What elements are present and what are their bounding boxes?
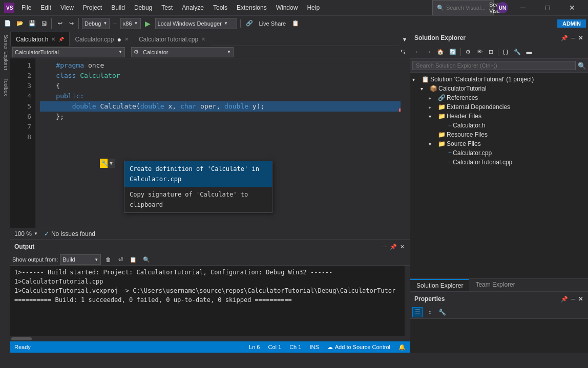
tab-calculator-cpp[interactable]: Calculator.cpp ● ✕	[70, 32, 134, 46]
debugger-dropdown[interactable]: Local Windows Debugger ▼	[155, 18, 237, 29]
debug-config-dropdown[interactable]: Debug ▼	[82, 18, 110, 29]
tree-solution[interactable]: ▾ 📋 Solution 'CalculatorTutorial' (1 pro…	[410, 75, 588, 84]
global-search[interactable]: 🔍 Search Visual	[432, 0, 494, 15]
admin-button[interactable]: ADMIN	[557, 19, 586, 28]
menu-edit[interactable]: Edit	[36, 3, 55, 12]
output-close-btn[interactable]: ✕	[399, 243, 406, 251]
zoom-control[interactable]: 100 % ▼	[14, 230, 38, 237]
se-back-btn[interactable]: ←	[412, 46, 423, 57]
se-refresh-btn[interactable]: 🔄	[447, 46, 458, 57]
editor-scrollbar[interactable]	[405, 58, 410, 228]
props-minimize-btn[interactable]: ─	[570, 295, 576, 304]
tab-calculatortutorial-cpp-close[interactable]: ✕	[201, 36, 205, 42]
live-share-label[interactable]: Live Share	[257, 18, 288, 29]
notification-icon[interactable]: 🔔	[398, 344, 406, 351]
menu-analyze[interactable]: Analyze	[178, 3, 208, 12]
menu-build[interactable]: Build	[107, 3, 129, 12]
sidebar-tab-toolbox[interactable]: Toolbox	[1, 74, 10, 100]
se-code-btn[interactable]: { }	[500, 46, 511, 57]
minimize-button[interactable]: ─	[511, 0, 535, 15]
se-forward-btn[interactable]: →	[424, 46, 434, 57]
output-search-btn[interactable]: 🔍	[141, 254, 152, 265]
menu-file[interactable]: File	[17, 3, 35, 12]
props-pin-btn[interactable]: 📌	[560, 295, 569, 304]
output-copy-btn[interactable]: 📋	[128, 254, 139, 265]
tree-header-files[interactable]: ▾ 📁 Header Files	[410, 112, 588, 121]
undo-btn[interactable]: ↩	[55, 18, 65, 29]
global-search-input[interactable]	[446, 5, 487, 11]
tree-resource-files[interactable]: 📁 Resource Files	[410, 130, 588, 139]
se-minimize-btn[interactable]: ─	[570, 34, 576, 42]
se-collapse-btn[interactable]: ▬	[524, 46, 534, 57]
menu-debug[interactable]: Debug	[130, 3, 156, 12]
run-btn[interactable]: ▶	[143, 18, 153, 29]
output-scrollbar[interactable]	[405, 266, 410, 336]
tab-calculator-cpp-close[interactable]: ✕	[124, 36, 129, 42]
popup-item-create-definition[interactable]: Create definition of 'Calculate' in Calc…	[124, 161, 272, 187]
menu-test[interactable]: Test	[157, 3, 177, 12]
new-project-btn[interactable]: 📄	[2, 18, 13, 29]
menu-help[interactable]: Help	[303, 3, 324, 12]
props-sort-btn[interactable]: ↕	[425, 307, 435, 317]
props-grid-btn[interactable]: ☰	[412, 307, 423, 317]
se-divider	[460, 48, 461, 56]
tree-calculator-h[interactable]: + Calculator.h	[410, 121, 588, 130]
output-clear-btn[interactable]: 🗑	[103, 254, 113, 265]
tree-calculator-cpp[interactable]: + Calculator.cpp	[410, 148, 588, 158]
sync-btn[interactable]: ⇆	[397, 47, 408, 58]
output-pin-btn[interactable]: 📌	[389, 243, 398, 251]
output-wrap-btn[interactable]: ⏎	[115, 254, 125, 265]
menu-extensions[interactable]: Extensions	[233, 3, 271, 12]
se-home-btn[interactable]: 🏠	[435, 46, 446, 57]
maximize-button[interactable]: □	[536, 0, 559, 15]
menu-view[interactable]: View	[56, 3, 78, 12]
output-source-dropdown[interactable]: Build ▼	[60, 254, 101, 265]
user-avatar[interactable]: UN	[497, 2, 508, 13]
save-all-btn[interactable]: 🖫	[39, 18, 49, 29]
tab-calculatortutorial-cpp[interactable]: CalculatorTutorial.cpp ✕	[134, 32, 211, 46]
tab-solution-explorer[interactable]: Solution Explorer	[410, 279, 469, 291]
project-dropdown[interactable]: CalculatorTutorial ▼	[12, 47, 125, 57]
tree-calculatortutorial-cpp[interactable]: + CalculatorTutorial.cpp	[410, 158, 588, 167]
tab-calculator-h-label: Calculator.h	[16, 36, 48, 43]
tree-project[interactable]: ▾ 📦 CalculatorTutorial	[410, 84, 588, 93]
props-close-btn[interactable]: ✕	[577, 295, 584, 304]
output-content[interactable]: 1>------ Build started: Project: Calcula…	[10, 266, 405, 336]
props-wrench-btn[interactable]: 🔧	[437, 307, 447, 317]
se-showall-btn[interactable]: 👁	[474, 46, 485, 57]
se-filter-btn[interactable]: ⊟	[486, 46, 496, 57]
new-tab-btn[interactable]: ▼	[400, 34, 410, 45]
editor-column: Calculator.h ✕ 📌 Calculator.cpp ● ✕ Calc…	[10, 31, 410, 353]
menu-tools[interactable]: Tools	[209, 3, 232, 12]
add-source-status[interactable]: ☁ Add to Source Control	[327, 344, 390, 351]
output-minimize-btn[interactable]: ─	[382, 243, 388, 251]
close-button[interactable]: ✕	[560, 0, 584, 15]
se-props-btn[interactable]: ⚙	[463, 46, 473, 57]
save-btn[interactable]: 💾	[27, 18, 38, 29]
tree-references[interactable]: ▸ 🔗 References	[410, 93, 588, 102]
output-hscrollbar[interactable]	[10, 336, 410, 341]
share-btn[interactable]: 📋	[290, 18, 301, 29]
sidebar-tab-server[interactable]: Server Explorer	[1, 31, 10, 74]
se-close-btn[interactable]: ✕	[577, 34, 584, 42]
menu-project[interactable]: Project	[79, 3, 106, 12]
popup-item-copy-signature[interactable]: Copy signature of 'Calculate' to clipboa…	[124, 187, 272, 212]
pin-icon[interactable]: 📌	[58, 37, 64, 42]
platform-dropdown[interactable]: x86 ▼	[120, 18, 141, 29]
lightbulb-dropdown[interactable]: ▼	[108, 159, 115, 168]
tab-team-explorer[interactable]: Team Explorer	[469, 279, 521, 291]
se-pin-btn[interactable]: 📌	[560, 34, 569, 42]
tab-calculator-h-close[interactable]: ✕	[51, 36, 55, 42]
tree-external-deps[interactable]: ▸ 📁 External Dependencies	[410, 102, 588, 112]
tree-source-files[interactable]: ▾ 📁 Source Files	[410, 139, 588, 148]
redo-btn[interactable]: ↪	[66, 18, 76, 29]
se-search-input[interactable]	[412, 61, 576, 70]
se-settings-btn[interactable]: 🔧	[512, 46, 523, 57]
code-content[interactable]: #pragma once class Calculator { public: …	[36, 58, 405, 228]
menu-window[interactable]: Window	[272, 3, 302, 12]
file-dropdown[interactable]: ⚙ Calculator ▼	[131, 47, 234, 57]
se-panel-tabs: Solution Explorer Team Explorer	[410, 278, 588, 291]
tab-calculator-h[interactable]: Calculator.h ✕ 📌	[10, 32, 70, 46]
live-share-icon[interactable]: 🔗	[244, 18, 255, 29]
open-btn[interactable]: 📂	[14, 18, 26, 29]
